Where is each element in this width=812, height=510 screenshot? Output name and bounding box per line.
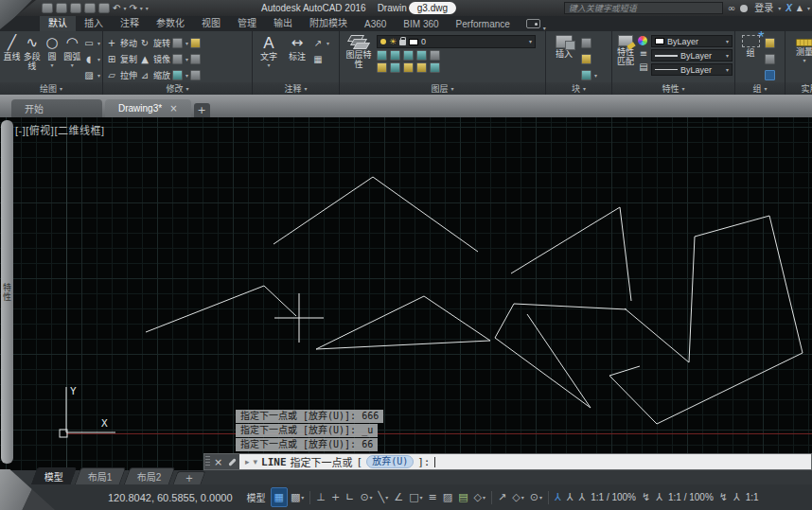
tab-bim360[interactable]: BIM 360 <box>395 17 447 31</box>
layer-freeze-tool-icon[interactable] <box>403 50 414 61</box>
drawn-line-entity[interactable] <box>495 304 627 408</box>
layout-tab-layout1[interactable]: 布局1 <box>75 467 126 484</box>
new-file-icon[interactable] <box>42 3 53 13</box>
selection-cycling-button[interactable]: ▤ <box>455 488 470 506</box>
sync-scales-icon[interactable]: ↯ <box>716 488 731 506</box>
lineweight-list-icon[interactable]: ≡ <box>638 48 649 59</box>
layer-previous-icon[interactable] <box>403 62 414 73</box>
undo-chevron-icon[interactable]: ▾ <box>123 5 126 11</box>
panel-annotate-footer[interactable]: 注释 ▾ <box>253 82 339 95</box>
command-input[interactable]: ▸ ▾ LINE 指定下一点或 [ 放弃(U) ]: <box>239 454 811 469</box>
panel-draw-footer[interactable]: 绘图 ▾ <box>0 82 102 95</box>
save-as-icon[interactable] <box>84 3 96 13</box>
annotation-scale-button[interactable]: ⅄ <box>731 488 743 506</box>
new-tab-button[interactable]: + <box>194 103 210 117</box>
lineweight-display-button[interactable]: ≡ <box>426 488 440 506</box>
open-file-icon[interactable] <box>56 3 67 13</box>
layer-unlock-icon[interactable] <box>416 50 427 61</box>
move-button[interactable]: +移动 <box>106 36 137 50</box>
selection-filter-button[interactable]: ◇▾ <box>509 488 526 506</box>
drawn-line-entity[interactable] <box>146 286 296 332</box>
app-manager-icon[interactable]: ▲ <box>797 1 803 15</box>
dimension-button[interactable]: ↔ 标注 <box>284 33 310 82</box>
polar-tracking-button[interactable]: ⊙▾ <box>357 488 375 506</box>
ungroup-button[interactable] <box>765 36 775 50</box>
panel-properties-footer[interactable]: 特性 ▾ <box>612 82 734 95</box>
group-selection-toggle[interactable] <box>765 68 775 82</box>
measure-button[interactable]: 测量 ▾ <box>788 33 812 82</box>
polyline-button[interactable]: ∿ 多段线 <box>23 33 41 82</box>
drawn-line-entity[interactable] <box>609 216 803 424</box>
color-wheel-icon[interactable] <box>638 36 647 45</box>
properties-palette-bar[interactable]: 特性 <box>1 120 13 464</box>
recent-commands-icon[interactable]: ▸ <box>245 457 250 466</box>
insert-block-button[interactable]: 插入 <box>549 33 579 82</box>
close-tab-icon[interactable]: × <box>169 103 177 114</box>
drawn-line-entity[interactable] <box>511 207 631 301</box>
drawn-line-entity[interactable] <box>316 296 490 349</box>
offset-button[interactable] <box>190 68 201 82</box>
layout-tab-layout2[interactable]: 布局2 <box>123 467 174 484</box>
sync-scales-icon[interactable]: ↯ <box>639 488 653 506</box>
annotation-visibility-button[interactable]: ⅄ <box>552 488 564 506</box>
customize-command-line-icon[interactable] <box>225 454 239 469</box>
annotation-scale-value[interactable]: 1:1 / 100% <box>591 492 636 502</box>
panel-groups-footer[interactable]: 组 ▾ <box>735 82 785 95</box>
3d-object-snap-button[interactable]: ◇▾ <box>471 488 488 506</box>
edit-block-button[interactable] <box>581 52 597 66</box>
gizmo-button[interactable]: ⊙▾ <box>527 488 545 506</box>
sign-in-chevron-icon[interactable]: ▾ <box>778 5 781 11</box>
redo-chevron-icon[interactable]: ▾ <box>140 5 143 11</box>
object-snap-button[interactable]: □▾ <box>406 488 425 506</box>
linetype-list-icon[interactable]: ▤ <box>638 62 649 72</box>
panel-modify-footer[interactable]: 修改 ▾ <box>103 82 252 95</box>
table-button[interactable]: ▦ <box>312 52 329 66</box>
match-properties-button[interactable]: 特性匹配 <box>615 33 636 82</box>
infocenter-chevron-icon[interactable]: ▾ <box>807 5 810 11</box>
trim-button[interactable]: ▾ <box>172 36 188 50</box>
drawn-line-entity[interactable] <box>274 177 478 252</box>
array-button[interactable]: ▾ <box>172 68 188 82</box>
transparency-button[interactable]: ▨ <box>440 488 455 506</box>
isometric-drafting-button[interactable]: ∠ <box>391 488 406 506</box>
chevron-down-icon[interactable]: ▾ <box>254 457 258 466</box>
viewport-controls[interactable]: [-][俯视][二维线框] <box>15 122 105 137</box>
drawing-geometry[interactable]: YX <box>0 117 812 470</box>
performance-recorder-icon[interactable] <box>526 19 540 28</box>
ortho-mode-button[interactable]: ∟ <box>343 488 357 506</box>
search-input[interactable] <box>564 2 723 14</box>
group-edit-button[interactable] <box>765 52 775 66</box>
viewport-scale-button[interactable]: ⅄ <box>653 488 665 506</box>
layout-tab-model[interactable]: 模型 <box>31 467 78 484</box>
block-attributes-button[interactable]: ▾ <box>581 68 597 82</box>
layer-make-current-icon[interactable] <box>377 62 387 73</box>
line-button[interactable]: ╱ 直线 <box>3 33 21 82</box>
text-button[interactable]: A 文字 ▾ <box>256 33 282 82</box>
layer-lock-tool-icon[interactable] <box>416 62 427 73</box>
object-color-combo[interactable]: ByLayer ▾ <box>651 35 733 47</box>
rectangle-button[interactable]: ▭▾ <box>83 36 100 50</box>
layer-match-icon[interactable] <box>390 62 400 73</box>
drawing-canvas[interactable]: YX [-][俯视][二维线框] 指定下一点或 [放弃(U)]: 666 指定下… <box>0 117 812 470</box>
file-tab-drawing3[interactable]: Drawing3* × <box>105 99 191 117</box>
snap-mode-button[interactable]: ▩▾ <box>288 488 307 506</box>
copy-button[interactable]: ⊞复制 <box>106 52 137 66</box>
grid-display-button[interactable]: ▦ <box>271 487 288 507</box>
create-block-button[interactable] <box>581 36 597 50</box>
rotate-button[interactable]: ↻旋转 <box>139 36 170 50</box>
command-line-dock[interactable]: × ▸ ▾ LINE 指定下一点或 [ 放弃(U) ]: <box>203 453 812 470</box>
stretch-button[interactable]: ▱拉伸 <box>106 68 137 82</box>
explode-button[interactable] <box>190 52 201 66</box>
sign-in-button[interactable]: 登录 <box>754 1 773 15</box>
scale-button[interactable]: ⊿缩放 <box>139 68 170 82</box>
layer-off-icon[interactable] <box>377 50 387 61</box>
circle-button[interactable]: ○ 圆 ▾ <box>44 33 62 82</box>
ellipse-button[interactable]: ◖▾ <box>83 52 100 66</box>
model-space-toggle[interactable]: 模型 <box>242 487 271 507</box>
layer-properties-button[interactable]: 图层特性 <box>343 33 375 82</box>
layer-select-combo[interactable]: ☀ 0 ▾ <box>377 35 536 48</box>
qat-customize-icon[interactable]: ▾ <box>146 5 149 11</box>
fillet-button[interactable]: ▾ <box>172 52 188 66</box>
undo-option-chip[interactable]: 放弃(U) <box>366 455 414 468</box>
layer-walk-icon[interactable] <box>430 62 440 73</box>
